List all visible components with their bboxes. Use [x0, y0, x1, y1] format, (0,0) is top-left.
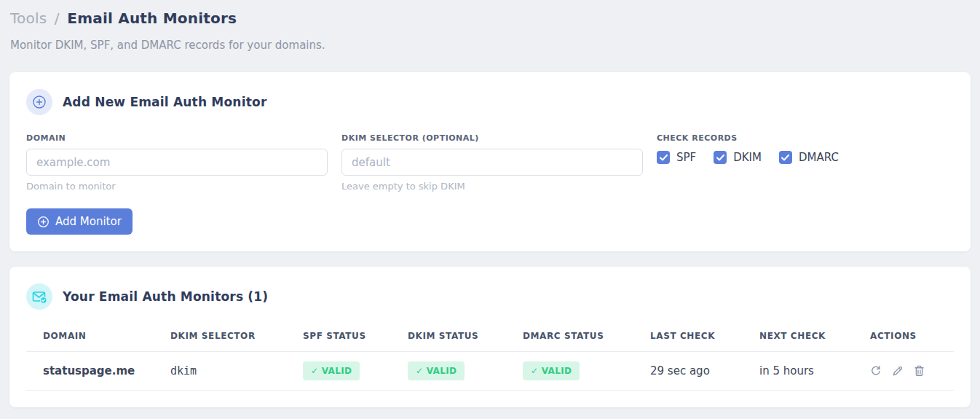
delete-icon[interactable]: [914, 365, 925, 377]
table-row: statuspage.me dkim ✓ VALID ✓ VALID ✓ VAL…: [26, 352, 954, 391]
column-header-dmarc-status: DMARC STATUS: [506, 322, 633, 352]
spf-checkbox[interactable]: SPF: [657, 151, 696, 164]
monitor-dkim-selector: dkim: [154, 352, 286, 391]
monitor-next-check: in 5 hours: [743, 352, 853, 391]
dkim-selector-label: DKIM SELECTOR (OPTIONAL): [341, 133, 643, 143]
add-monitor-card-title: Add New Email Auth Monitor: [63, 95, 267, 109]
add-monitor-form: DOMAIN Domain to monitor DKIM SELECTOR (…: [26, 133, 954, 192]
check-records-group: CHECK RECORDS SPF DKIM: [657, 133, 954, 192]
checkbox-checked-icon: [714, 151, 727, 164]
dkim-status-badge: ✓ VALID: [408, 361, 465, 380]
mail-check-icon: [26, 283, 52, 310]
add-monitor-button-label: Add Monitor: [55, 215, 122, 228]
monitors-table: DOMAIN DKIM SELECTOR SPF STATUS DKIM STA…: [26, 322, 954, 391]
dmarc-status-badge: ✓ VALID: [523, 361, 580, 380]
edit-icon[interactable]: [892, 365, 904, 377]
page-subtitle: Monitor DKIM, SPF, and DMARC records for…: [10, 39, 970, 52]
spf-status-badge: ✓ VALID: [303, 361, 360, 380]
dmarc-checkbox-label: DMARC: [799, 151, 839, 164]
column-header-last-check: LAST CHECK: [633, 322, 743, 352]
checkbox-checked-icon: [779, 151, 792, 164]
column-header-dkim-selector: DKIM SELECTOR: [154, 322, 286, 352]
column-header-dkim-status: DKIM STATUS: [391, 322, 506, 352]
breadcrumb-tools-link[interactable]: Tools: [10, 9, 47, 27]
row-actions: [870, 365, 947, 377]
dmarc-checkbox[interactable]: DMARC: [779, 151, 839, 164]
check-records-options: SPF DKIM DMARC: [657, 151, 954, 164]
breadcrumb: Tools / Email Auth Monitors: [10, 9, 970, 28]
breadcrumb-separator: /: [52, 9, 63, 27]
column-header-next-check: NEXT CHECK: [743, 322, 853, 352]
column-header-spf-status: SPF STATUS: [286, 322, 391, 352]
domain-input[interactable]: [26, 149, 328, 176]
dkim-checkbox[interactable]: DKIM: [714, 151, 762, 164]
dkim-selector-field-group: DKIM SELECTOR (OPTIONAL) Leave empty to …: [341, 133, 643, 192]
page-title: Email Auth Monitors: [67, 9, 237, 27]
dkim-checkbox-label: DKIM: [733, 151, 762, 164]
monitors-list-card-title: Your Email Auth Monitors (1): [63, 289, 268, 304]
column-header-domain: DOMAIN: [26, 322, 154, 352]
monitor-last-check: 29 sec ago: [633, 352, 743, 391]
add-monitor-card: Add New Email Auth Monitor DOMAIN Domain…: [9, 72, 971, 251]
add-monitor-button[interactable]: Add Monitor: [26, 208, 133, 235]
checkbox-checked-icon: [657, 151, 670, 164]
check-records-label: CHECK RECORDS: [657, 133, 954, 143]
domain-helper-text: Domain to monitor: [26, 181, 328, 192]
dkim-selector-helper-text: Leave empty to skip DKIM: [341, 181, 643, 192]
column-header-actions: ACTIONS: [853, 322, 954, 352]
spf-checkbox-label: SPF: [676, 151, 696, 164]
page-header: Tools / Email Auth Monitors Monitor DKIM…: [9, 0, 971, 52]
plus-circle-icon: [37, 216, 50, 228]
monitors-list-card-header: Your Email Auth Monitors (1): [26, 283, 954, 310]
domain-label: DOMAIN: [26, 133, 328, 143]
email-auth-monitors-page: Tools / Email Auth Monitors Monitor DKIM…: [0, 0, 980, 407]
domain-field-group: DOMAIN Domain to monitor: [26, 133, 328, 192]
plus-circle-icon: [26, 89, 52, 115]
refresh-icon[interactable]: [870, 365, 882, 377]
monitors-list-card: Your Email Auth Monitors (1) DOMAIN DKIM…: [9, 267, 971, 407]
monitor-domain: statuspage.me: [26, 352, 154, 391]
table-header-row: DOMAIN DKIM SELECTOR SPF STATUS DKIM STA…: [26, 322, 954, 352]
add-monitor-card-header: Add New Email Auth Monitor: [26, 89, 954, 115]
dkim-selector-input[interactable]: [341, 149, 643, 176]
